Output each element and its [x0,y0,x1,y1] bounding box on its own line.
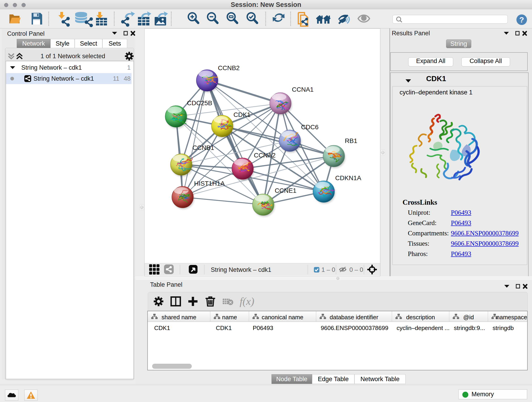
svg-text:CDC6: CDC6 [301,123,318,131]
svg-text:CCNA1: CCNA1 [292,86,314,93]
svg-text:CDK1: CDK1 [234,111,251,118]
svg-text:1 of 1 Network selected: 1 of 1 Network selected [41,53,105,60]
svg-text:CDC25B: CDC25B [187,99,212,107]
svg-text:48: 48 [124,75,131,82]
svg-text:1 – 0: 1 – 0 [322,266,335,273]
svg-text:String Network – cdk1: String Network – cdk1 [211,266,271,273]
svg-text:1: 1 [127,64,131,71]
svg-text:11: 11 [113,75,119,82]
svg-text:CDKN1A: CDKN1A [335,174,361,182]
svg-text:RB1: RB1 [345,137,357,144]
svg-text:String Network – cdk1: String Network – cdk1 [33,75,94,82]
svg-text:0 – 0: 0 – 0 [349,266,363,273]
svg-text:f(x): f(x) [240,295,254,307]
svg-text:HIST1H1A: HIST1H1A [194,180,225,187]
svg-text:CCNB1: CCNB1 [192,144,214,151]
svg-text:?: ? [519,15,524,24]
svg-text:CCNB2: CCNB2 [218,64,240,71]
svg-text:String Network – cdk1: String Network – cdk1 [21,64,82,71]
svg-text:CCNE1: CCNE1 [275,187,297,194]
svg-text:CCNA2: CCNA2 [254,152,276,159]
